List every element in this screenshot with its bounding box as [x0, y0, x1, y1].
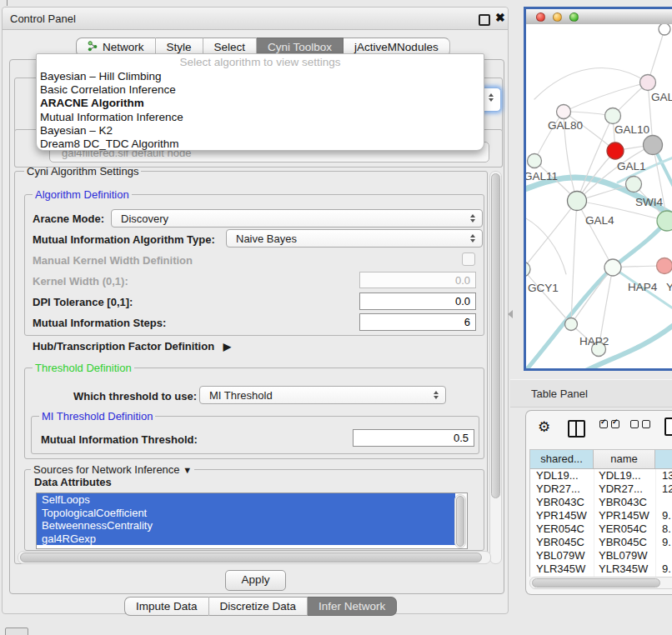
table-panel-title: Table Panel: [531, 388, 588, 400]
network-view-window: GALGAL80GAL10GAL1GAL11SWI4GAL4GCY1HAP4YH…: [524, 7, 672, 371]
column-header-partial[interactable]: [655, 450, 672, 468]
dpi-tolerance-input[interactable]: [359, 292, 476, 310]
tab-discretize-data[interactable]: Discretize Data: [209, 597, 308, 616]
table-horizontal-scrollbar[interactable]: [529, 577, 672, 589]
algorithm-list-item[interactable]: Bayesian – Hill Climbing: [37, 70, 484, 83]
table-panel-header: Table Panel: [510, 379, 672, 408]
column-layout-icon[interactable]: [568, 420, 585, 438]
minimize-traffic-icon[interactable]: [553, 12, 562, 22]
node-label: GAL: [651, 91, 672, 103]
export-table-icon[interactable]: [664, 418, 672, 436]
data-attribute-item[interactable]: gal4RGexp: [37, 532, 455, 546]
data-attribute-item[interactable]: BetweennessCentrality: [37, 519, 455, 532]
top-divider-notch: [7, 0, 8, 6]
network-node[interactable]: [657, 211, 672, 231]
node-label: GCY1: [528, 282, 559, 294]
mi-threshold-group-title: MI Threshold Definition: [39, 411, 155, 422]
network-node-gal11[interactable]: [528, 154, 542, 168]
node-label: GAL10: [614, 123, 649, 136]
bottom-corner-button[interactable]: [5, 628, 28, 635]
algorithm-list-item[interactable]: Basic Correlation Inference: [37, 83, 484, 97]
network-canvas[interactable]: GALGAL80GAL10GAL1GAL11SWI4GAL4GCY1HAP4YH…: [526, 24, 672, 368]
network-node-swi4[interactable]: [626, 177, 642, 192]
network-node-gal10[interactable]: [605, 108, 621, 124]
network-node-gcy1[interactable]: [526, 262, 530, 277]
table-row[interactable]: YBR045CYBR045C9.: [530, 536, 672, 549]
combo-stepper-icon: [466, 214, 479, 222]
node-label: SWI4: [635, 196, 663, 208]
data-attribute-item[interactable]: TopologicalCoefficient: [37, 507, 455, 520]
control-panel-titlebar: Control Panel ✖: [3, 8, 508, 30]
mi-threshold-input[interactable]: [353, 429, 474, 447]
algorithm-list-item[interactable]: Mutual Information Inference: [37, 111, 484, 124]
algorithm-list-item[interactable]: Bayesian – K2: [37, 124, 484, 138]
application-canvas: Control Panel ✖ NetworkStyleSelectCyni T…: [0, 0, 672, 635]
node-label: GAL4: [585, 214, 614, 227]
settings-horizontal-scrollbar[interactable]: [18, 551, 491, 564]
hub-definition-toggle[interactable]: Hub/Transcription Factor Definition ▶: [33, 340, 231, 352]
table-rows: YDL19...YDL19...13YDR27...YDR27...12YBR0…: [530, 469, 672, 577]
deselect-all-columns-icon[interactable]: [630, 420, 650, 428]
node-label: Y: [666, 281, 672, 293]
mi-steps-label: Mutual Information Steps:: [33, 317, 166, 329]
node-table: shared... name YDL19...YDL19...13YDR27..…: [529, 449, 672, 577]
algorithm-dropdown-popup: Select algorithm to view settings Bayesi…: [36, 53, 484, 151]
network-node-gal80[interactable]: [557, 105, 571, 119]
table-row[interactable]: YDL19...YDL19...13: [530, 469, 672, 482]
cyni-bottom-tabs: Impute DataDiscretize DataInfer Network: [124, 597, 397, 616]
aracne-mode-combo[interactable]: Discovery: [111, 209, 483, 228]
which-threshold-combo[interactable]: MI Threshold: [199, 386, 446, 404]
network-node-gal4[interactable]: [568, 192, 587, 211]
network-node-hap2[interactable]: [565, 318, 578, 331]
apply-button[interactable]: Apply: [225, 570, 286, 591]
zoom-traffic-icon[interactable]: [569, 12, 579, 22]
gear-icon[interactable]: ⚙: [538, 420, 550, 434]
network-node-hap4[interactable]: [604, 259, 621, 276]
mi-threshold-label: Mutual Information Threshold:: [41, 433, 198, 446]
table-row[interactable]: YER054CYER054C8.: [530, 522, 672, 536]
manual-kernel-width-checkbox[interactable]: [462, 252, 475, 266]
column-header-shared-name[interactable]: shared...: [530, 450, 594, 468]
which-threshold-label: Which threshold to use:: [73, 390, 197, 402]
select-all-columns-icon[interactable]: [599, 420, 619, 428]
combo-stepper-icon: [429, 391, 443, 399]
column-header-name[interactable]: name: [594, 450, 655, 468]
algorithm-list-item[interactable]: ARACNE Algorithm: [37, 97, 484, 110]
settings-vertical-scrollbar[interactable]: [489, 171, 502, 564]
table-panel-body: ⚙ shared... name YDL19...YDL19...13YDR27…: [525, 410, 672, 595]
tab-impute-data[interactable]: Impute Data: [124, 597, 209, 616]
network-node-y[interactable]: [657, 258, 672, 274]
network-node[interactable]: [659, 24, 670, 35]
mi-steps-input[interactable]: [359, 313, 476, 331]
table-row[interactable]: YLR345WYLR345W9.: [530, 562, 672, 576]
data-attributes-label: Data Attributes: [34, 476, 112, 488]
data-attributes-list[interactable]: SelfLoopsTopologicalCoefficientBetweenne…: [36, 492, 468, 549]
network-node-gal[interactable]: [640, 75, 656, 91]
node-label: GAL11: [526, 170, 558, 182]
kernel-width-label: Kernel Width (0,1):: [33, 275, 128, 288]
mi-algorithm-type-label: Mutual Information Algorithm Type:: [33, 233, 215, 246]
network-node-gal1[interactable]: [607, 142, 624, 159]
panel-divider-arrow[interactable]: [508, 310, 513, 318]
data-attribute-item[interactable]: SelfLoops: [37, 493, 455, 507]
algorithm-list-item[interactable]: Dream8 DC_TDC Algorithm: [37, 138, 484, 151]
kernel-width-input[interactable]: [359, 272, 476, 288]
table-row[interactable]: YDR27...YDR27...12: [530, 482, 672, 496]
collapsed-arrow-icon: ▶: [223, 341, 231, 352]
table-row[interactable]: YBR043CYBR043C: [530, 496, 672, 509]
close-icon[interactable]: ✖: [495, 11, 505, 24]
network-window-titlebar[interactable]: [526, 9, 672, 25]
float-window-icon[interactable]: [479, 14, 490, 26]
network-icon: [88, 41, 98, 54]
sources-group-title[interactable]: Sources for Network Inference ▼: [31, 464, 194, 476]
network-node[interactable]: [644, 136, 663, 155]
algorithm-definition-title: Algorithm Definition: [33, 189, 132, 200]
table-row[interactable]: YBL079WYBL079W: [530, 549, 672, 562]
mi-algorithm-type-combo[interactable]: Naive Bayes: [226, 229, 483, 248]
algorithm-list: Bayesian – Hill ClimbingBasic Correlatio…: [37, 70, 484, 151]
tab-infer-network[interactable]: Infer Network: [308, 597, 397, 616]
table-row[interactable]: YPR145WYPR145W9.: [530, 509, 672, 522]
dpi-tolerance-label: DPI Tolerance [0,1]:: [33, 296, 133, 308]
attributes-list-scrollbar[interactable]: [454, 494, 466, 548]
close-traffic-icon[interactable]: [536, 12, 545, 22]
